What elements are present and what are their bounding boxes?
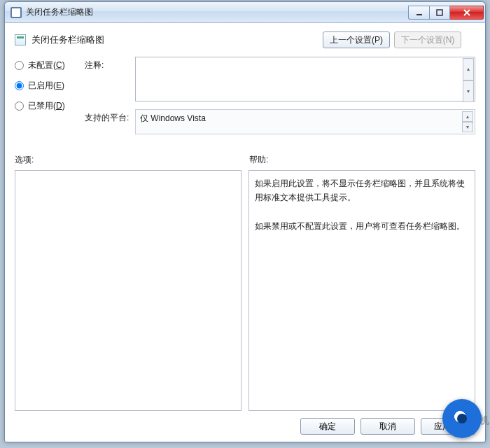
nav-buttons: 上一个设置(P) 下一个设置(N) [323,31,461,48]
maximize-button[interactable] [429,6,450,20]
help-paragraph-1: 如果启用此设置，将不显示任务栏缩略图，并且系统将使用标准文本提供工具提示。 [255,176,469,205]
platform-label: 支持的平台: [85,109,135,124]
options-label: 选项: [15,154,245,166]
titlebar[interactable]: 关闭任务栏缩略图 [5,2,485,23]
panels: 如果启用此设置，将不显示任务栏缩略图，并且系统将使用标准文本提供工具提示。 如果… [15,170,475,411]
columns-header: 选项: 帮助: [15,154,475,166]
radio-enabled-input[interactable] [15,81,24,90]
platform-wrap: 仅 Windows Vista ▴ ▾ [135,109,475,134]
comment-wrap: ▴ ▾ [135,57,475,104]
scroll-up-icon[interactable]: ▴ [463,58,474,80]
cancel-button[interactable]: 取消 [360,418,415,435]
platform-scroll[interactable]: ▴ ▾ [462,111,473,132]
state-radio-group: 未配置(C) 已启用(E) 已禁用(D) [15,57,78,140]
policy-editor-window: 关闭任务栏缩略图 关闭任务栏缩略图 上一个设置(P) 下一个设置(N) [4,1,486,442]
close-icon [463,8,471,17]
header-row: 关闭任务栏缩略图 上一个设置(P) 下一个设置(N) [15,31,475,48]
scroll-up-icon[interactable]: ▴ [462,111,473,122]
close-button[interactable] [450,6,484,20]
radio-disabled[interactable]: 已禁用(D) [15,100,78,112]
help-label: 帮助: [245,154,475,166]
comment-label: 注释: [85,57,135,71]
radio-enabled[interactable]: 已启用(E) [15,80,78,92]
maximize-icon [436,9,443,16]
minimize-icon [416,9,423,16]
scroll-down-icon[interactable]: ▾ [462,122,473,132]
svg-rect-0 [416,14,422,15]
window-controls [408,6,484,20]
options-panel[interactable] [15,170,241,411]
next-setting-button[interactable]: 下一个设置(N) [394,31,461,48]
help-paragraph-2: 如果禁用或不配置此设置，用户将可查看任务栏缩略图。 [255,219,469,233]
radio-disabled-input[interactable] [15,102,24,111]
comment-row: 注释: ▴ ▾ [85,57,475,104]
platform-box: 仅 Windows Vista ▴ ▾ [135,109,475,134]
previous-setting-button[interactable]: 上一个设置(P) [323,31,390,48]
fields: 注释: ▴ ▾ 支持的平台: 仅 Windows Vista [85,57,475,140]
radio-not-configured-input[interactable] [15,61,24,70]
content-area: 关闭任务栏缩略图 上一个设置(P) 下一个设置(N) 未配置(C) 已启用(E)… [5,23,485,442]
minimize-button[interactable] [408,6,429,20]
watermark-logo [442,399,482,438]
app-icon [10,7,22,18]
policy-icon [15,34,26,46]
svg-rect-1 [437,10,442,15]
platform-row: 支持的平台: 仅 Windows Vista ▴ ▾ [85,109,475,134]
ok-button[interactable]: 确定 [300,418,355,435]
dialog-footer: 确定 取消 应用(A) [15,411,475,435]
radio-not-configured[interactable]: 未配置(C) [15,59,78,71]
config-row: 未配置(C) 已启用(E) 已禁用(D) 注释: ▴ [15,57,475,140]
platform-value: 仅 Windows Vista [140,113,206,123]
policy-title: 关闭任务栏缩略图 [31,34,104,46]
comment-textarea[interactable] [135,57,475,102]
window-title: 关闭任务栏缩略图 [26,6,93,18]
scroll-down-icon[interactable]: ▾ [463,80,474,103]
comment-scroll[interactable]: ▴ ▾ [463,58,474,102]
help-panel[interactable]: 如果启用此设置，将不显示任务栏缩略图，并且系统将使用标准文本提供工具提示。 如果… [248,170,475,411]
